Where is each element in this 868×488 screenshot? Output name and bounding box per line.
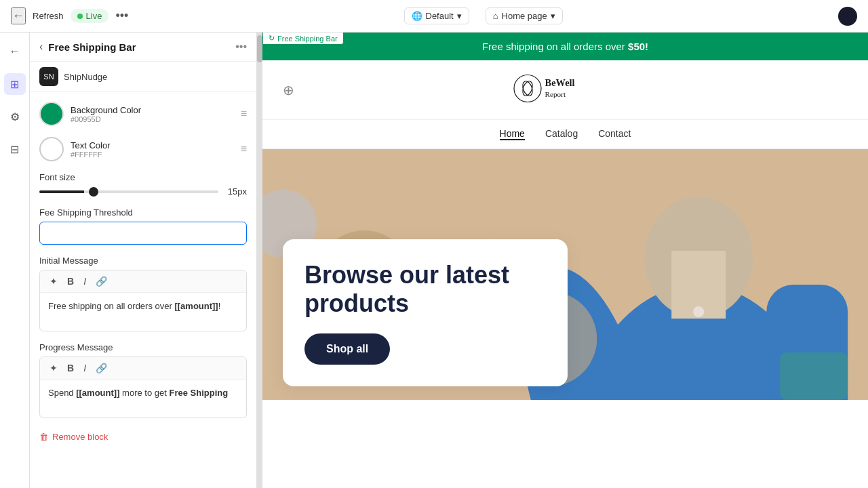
store-logo-svg: BeWell Report [511, 70, 620, 107]
panel-back-button[interactable]: ‹ [39, 41, 43, 53]
rte-bold-btn[interactable]: B [64, 274, 77, 288]
app-icon: SN [39, 67, 58, 86]
icon-settings[interactable]: ⚙ [4, 106, 26, 127]
trash-icon: 🗑 [39, 432, 48, 442]
main-layout: ← ⊞ ⚙ ⊟ ‹ Free Shipping Bar ••• SN ShipN… [0, 33, 868, 488]
progress-message-label: Progress Message [39, 342, 247, 352]
panel-body: Background Color #00955D ≡ Text Col [30, 92, 256, 454]
top-bar-left: ← Refresh Live ••• [11, 7, 128, 24]
text-color-db-icon[interactable]: ≡ [241, 143, 247, 155]
prog-rte-italic-btn[interactable]: I [81, 361, 89, 375]
store-header: ⊕ BeWell Report [262, 60, 868, 120]
icon-bar: ← ⊞ ⚙ ⊟ [0, 33, 30, 488]
prog-rte-link-btn[interactable]: 🔗 [93, 361, 110, 375]
text-color-label: Text Color [71, 140, 111, 150]
refresh-button[interactable]: Refresh [33, 11, 64, 21]
store-nav: Home Catalog Contact [262, 120, 868, 149]
font-size-label: Font size [39, 172, 247, 182]
rte-link-btn[interactable]: 🔗 [93, 274, 110, 288]
progress-message-setting: Progress Message ✦ B I 🔗 Spend [[amount]… [39, 342, 247, 418]
font-size-setting: Font size 15px [39, 172, 247, 197]
scroll-handle[interactable] [257, 33, 262, 488]
font-size-slider[interactable] [39, 190, 218, 193]
svg-point-0 [514, 75, 541, 102]
panel-title: Free Shipping Bar [48, 41, 230, 53]
icon-blocks[interactable]: ⊟ [4, 138, 26, 160]
search-icon[interactable]: ⊕ [283, 82, 294, 98]
nav-home[interactable]: Home [500, 128, 525, 140]
icon-back[interactable]: ← [4, 41, 26, 62]
bg-color-db-icon[interactable]: ≡ [241, 108, 247, 120]
progress-message-content[interactable]: Spend [[amount]] more to get Free Shippi… [40, 380, 246, 418]
fee-threshold-input[interactable]: 50 [39, 222, 247, 245]
top-bar: ← Refresh Live ••• 🌐 Default ▾ ⌂ Home pa… [0, 0, 868, 33]
text-color-row: Text Color #FFFFFF ≡ [39, 137, 247, 161]
panel-with-scroll: ‹ Free Shipping Bar ••• SN ShipNudge [30, 33, 262, 488]
initial-message-label: Initial Message [39, 256, 247, 266]
nav-catalog[interactable]: Catalog [545, 128, 578, 140]
progress-suffix: more to get [119, 388, 169, 398]
free-shipping-bold: $50! [628, 41, 648, 52]
chevron-down-icon-2: ▾ [551, 11, 555, 21]
hero-title: Browse our latest products [304, 261, 543, 317]
progress-bold-text: Free Shipping [169, 388, 228, 398]
rte-italic-btn[interactable]: I [81, 274, 89, 288]
globe-icon: 🌐 [412, 11, 422, 21]
home-page-selector[interactable]: ⌂ Home page ▾ [486, 7, 563, 24]
home-page-label: Home page [502, 11, 547, 21]
live-badge: Live [71, 9, 109, 23]
more-button[interactable]: ••• [115, 9, 128, 23]
bg-color-swatch-row: Background Color #00955D [39, 102, 141, 126]
bg-color-row: Background Color #00955D ≡ [39, 102, 247, 126]
svg-text:Report: Report [545, 90, 566, 98]
panel-more-button[interactable]: ••• [235, 41, 247, 53]
background-color-setting: Background Color #00955D ≡ [39, 102, 247, 126]
bg-color-info: Background Color #00955D [71, 105, 141, 123]
panel-app-row: SN ShipNudge [30, 62, 256, 92]
bar-tag-label: Free Shipping Bar [277, 35, 338, 43]
top-bar-center: 🌐 Default ▾ ⌂ Home page ▾ [136, 7, 830, 24]
progress-prefix: Spend [48, 388, 76, 398]
text-color-info: Text Color #FFFFFF [71, 140, 111, 159]
hero-card: Browse our latest products Shop all [283, 239, 568, 386]
icon-layout[interactable]: ⊞ [4, 73, 26, 95]
bg-color-swatch[interactable] [39, 102, 64, 126]
free-shipping-text: Free shipping on all orders over [482, 41, 628, 52]
initial-message-content[interactable]: Free shipping on all orders over [[amoun… [40, 293, 246, 331]
default-selector[interactable]: 🌐 Default ▾ [404, 7, 469, 24]
live-dot [77, 14, 83, 19]
back-button[interactable]: ← [11, 7, 26, 24]
svg-point-11 [693, 306, 704, 317]
store-logo: BeWell Report [511, 70, 620, 110]
refresh-icon: ↻ [269, 34, 275, 43]
settings-panel: ‹ Free Shipping Bar ••• SN ShipNudge [30, 33, 257, 488]
svg-rect-13 [780, 352, 848, 400]
text-color-swatch[interactable] [39, 137, 64, 161]
progress-message-editor: ✦ B I 🔗 Spend [[amount]] more to get Fre… [39, 357, 247, 418]
prog-rte-sparkle-btn[interactable]: ✦ [47, 361, 60, 375]
remove-block-label: Remove block [52, 432, 108, 442]
slider-row: 15px [39, 186, 247, 197]
free-shipping-bar[interactable]: ↻ Free Shipping Bar Free shipping on all… [262, 33, 868, 60]
panel-header: ‹ Free Shipping Bar ••• [30, 33, 256, 62]
scroll-thumb [257, 35, 262, 62]
hero-section: Browse our latest products Shop all [262, 149, 868, 400]
prog-rte-bold-btn[interactable]: B [64, 361, 77, 375]
bar-tag: ↻ Free Shipping Bar [262, 33, 344, 45]
app-name: ShipNudge [64, 72, 107, 82]
nav-contact[interactable]: Contact [598, 128, 631, 140]
shop-all-button[interactable]: Shop all [304, 333, 390, 365]
user-avatar[interactable] [838, 7, 857, 26]
fee-threshold-setting: Fee Shipping Threshold 50 [39, 207, 247, 245]
default-label: Default [426, 11, 454, 21]
svg-text:BeWell: BeWell [545, 77, 574, 88]
text-color-setting: Text Color #FFFFFF ≡ [39, 137, 247, 161]
initial-message-setting: Initial Message ✦ B I 🔗 Free shipping on… [39, 256, 247, 331]
bg-color-hex: #00955D [71, 115, 141, 123]
initial-message-text: Free shipping on all orders over [48, 301, 174, 311]
store-preview: ⊕ BeWell Report Home Catalog [262, 60, 868, 488]
svg-point-2 [521, 80, 534, 97]
preview-area: ↻ Free Shipping Bar Free shipping on all… [262, 33, 868, 488]
rte-sparkle-btn[interactable]: ✦ [47, 274, 60, 288]
remove-block-button[interactable]: 🗑 Remove block [39, 429, 247, 445]
